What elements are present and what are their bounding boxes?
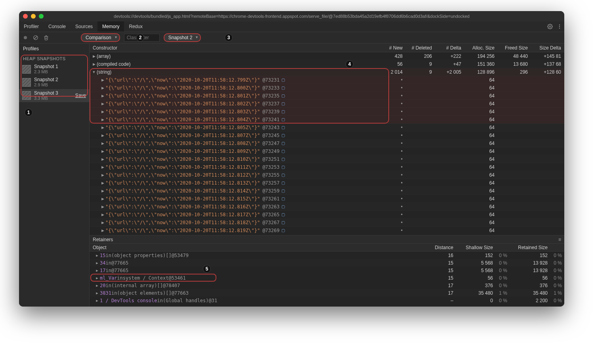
snapshot-save-link[interactable]: Save xyxy=(75,93,86,98)
link-icon[interactable]: ▢ xyxy=(281,117,285,122)
link-icon[interactable]: ▢ xyxy=(281,220,285,225)
link-icon[interactable]: ▢ xyxy=(281,181,285,185)
chevron-right-icon[interactable]: ▶ xyxy=(101,205,105,209)
string-instance-row[interactable]: ▶ "{\"url\":\"/\",\"now\":\"2020-10-20T1… xyxy=(90,100,564,108)
string-instance-row[interactable]: ▶ "{\"url\":\"/\",\"now\":\"2020-10-20T1… xyxy=(90,187,564,195)
link-icon[interactable]: ▢ xyxy=(281,157,285,161)
gear-icon[interactable] xyxy=(547,23,553,30)
string-instance-row[interactable]: ▶ "{\"url\":\"/\",\"now\":\"2020-10-20T1… xyxy=(90,203,564,211)
minimize-icon[interactable] xyxy=(31,14,36,19)
tab-profiler[interactable]: Profiler xyxy=(19,21,44,32)
chevron-right-icon[interactable]: ▶ xyxy=(95,261,99,265)
tab-sources[interactable]: Sources xyxy=(71,21,97,32)
zoom-icon[interactable] xyxy=(39,14,44,19)
chevron-right-icon[interactable]: ▶ xyxy=(101,126,105,130)
chevron-right-icon[interactable]: ▶ xyxy=(101,165,105,169)
col-new[interactable]: # New xyxy=(376,45,406,51)
string-instance-row[interactable]: ▶ "{\"url\":\"/\",\"now\":\"2020-10-20T1… xyxy=(90,147,564,155)
chevron-right-icon[interactable]: ▶ xyxy=(95,299,99,303)
record-icon[interactable] xyxy=(22,34,29,41)
chevron-right-icon[interactable]: ▶ xyxy=(101,181,105,185)
chevron-right-icon[interactable]: ▶ xyxy=(101,102,105,106)
chevron-down-icon[interactable]: ▼ xyxy=(92,70,96,74)
link-icon[interactable]: ▢ xyxy=(281,133,285,137)
chevron-right-icon[interactable]: ▶ xyxy=(101,221,105,225)
ret-col-retained[interactable]: Retained Size xyxy=(510,245,549,250)
ret-col-object[interactable]: Object xyxy=(90,245,426,250)
link-icon[interactable]: ▢ xyxy=(281,165,285,169)
link-icon[interactable]: ▢ xyxy=(281,149,285,153)
link-icon[interactable]: ▢ xyxy=(281,78,285,82)
string-instance-row[interactable]: ▶ "{\"url\":\"/\",\"now\":\"2020-10-20T1… xyxy=(90,92,564,100)
string-instance-row[interactable]: ▶ "{\"url\":\"/\",\"now\":\"2020-10-20T1… xyxy=(90,171,564,179)
chevron-right-icon[interactable]: ▶ xyxy=(101,229,105,233)
link-icon[interactable]: ▢ xyxy=(281,212,285,217)
string-instance-row[interactable]: ▶ "{\"url\":\"/\",\"now\":\"2020-10-20T1… xyxy=(90,155,564,163)
string-instance-row[interactable]: ▶ "{\"url\":\"/\",\"now\":\"2020-10-20T1… xyxy=(90,84,564,92)
string-instance-row[interactable]: ▶ "{\"url\":\"/\",\"now\":\"2020-10-20T1… xyxy=(90,131,564,139)
link-icon[interactable]: ▢ xyxy=(281,173,285,177)
string-instance-row[interactable]: ▶ "{\"url\":\"/\",\"now\":\"2020-10-20T1… xyxy=(90,195,564,203)
link-icon[interactable]: ▢ xyxy=(281,86,285,90)
string-instance-row[interactable]: ▶ "{\"url\":\"/\",\"now\":\"2020-10-20T1… xyxy=(90,179,564,187)
kebab-icon[interactable] xyxy=(556,23,563,30)
retainers-menu-icon[interactable]: ≡ xyxy=(558,237,561,242)
col-deleted[interactable]: # Deleted xyxy=(406,45,435,51)
chevron-right-icon[interactable]: ▶ xyxy=(101,149,105,153)
link-icon[interactable]: ▢ xyxy=(281,125,285,130)
constructor-row[interactable]: ▶ (array) 428 206 +222 194 256 48 440 +1… xyxy=(90,52,564,60)
tab-memory[interactable]: Memory xyxy=(97,21,124,32)
retainer-row[interactable]: ▶ 1 / DevTools console in (Global handle… xyxy=(90,297,564,304)
chevron-right-icon[interactable]: ▶ xyxy=(95,284,99,288)
snapshot-item[interactable]: Snapshot 3 3.3 MB Save xyxy=(19,89,89,102)
col-sizedelta[interactable]: Size Delta xyxy=(531,45,564,51)
string-instance-row[interactable]: ▶ "{\"url\":\"/\",\"now\":\"2020-10-20T1… xyxy=(90,139,564,147)
chevron-right-icon[interactable]: ▶ xyxy=(95,269,99,273)
chevron-right-icon[interactable]: ▶ xyxy=(95,291,99,295)
string-instance-row[interactable]: ▶ "{\"url\":\"/\",\"now\":\"2020-10-20T1… xyxy=(90,108,564,116)
ret-col-shallow[interactable]: Shallow Size xyxy=(455,245,495,250)
retainer-row[interactable]: ▶ 3831 in (object elements)[] @77663 17 … xyxy=(90,289,564,297)
grid-body[interactable]: 4 ▶ (array) 428 206 +222 194 256 48 440 … xyxy=(90,52,564,235)
trash-icon[interactable] xyxy=(43,34,49,41)
link-icon[interactable]: ▢ xyxy=(281,196,285,201)
col-delta[interactable]: # Delta xyxy=(435,45,464,51)
chevron-right-icon[interactable]: ▶ xyxy=(101,86,105,90)
chevron-right-icon[interactable]: ▶ xyxy=(101,189,105,193)
chevron-right-icon[interactable]: ▶ xyxy=(95,276,99,280)
chevron-right-icon[interactable]: ▶ xyxy=(101,173,105,177)
view-mode-select[interactable]: Comparison xyxy=(81,33,120,42)
snapshot-item[interactable]: Snapshot 2 2.9 MB xyxy=(19,76,89,89)
chevron-right-icon[interactable]: ▶ xyxy=(101,141,105,145)
link-icon[interactable]: ▢ xyxy=(281,109,285,114)
chevron-right-icon[interactable]: ▶ xyxy=(101,118,105,122)
chevron-right-icon[interactable]: ▶ xyxy=(92,62,96,66)
tab-redux[interactable]: Redux xyxy=(124,21,147,32)
retainer-row[interactable]: ▶ 17 in @77665 15 5 568 0 % 13 928 0 % xyxy=(90,267,564,274)
constructor-row[interactable]: ▶ (compiled code) 56 9 +47 151 360 13 68… xyxy=(90,60,564,68)
string-instance-row[interactable]: ▶ "{\"url\":\"/\",\"now\":\"2020-10-20T1… xyxy=(90,76,564,84)
string-instance-row[interactable]: ▶ "{\"url\":\"/\",\"now\":\"2020-10-20T1… xyxy=(90,116,564,124)
chevron-right-icon[interactable]: ▶ xyxy=(92,54,96,58)
col-alloc[interactable]: Alloc. Size xyxy=(464,45,498,51)
link-icon[interactable]: ▢ xyxy=(281,101,285,106)
ret-col-distance[interactable]: Distance xyxy=(426,245,455,250)
link-icon[interactable]: ▢ xyxy=(281,228,285,233)
clear-icon[interactable] xyxy=(32,34,39,41)
baseline-select[interactable]: Snapshot 2 xyxy=(164,33,201,42)
retainer-row[interactable]: ▶ 15 in (object properties)[] @53479 16 … xyxy=(90,252,564,259)
col-freed[interactable]: Freed Size xyxy=(498,45,531,51)
string-instance-row[interactable]: ▶ "{\"url\":\"/\",\"now\":\"2020-10-20T1… xyxy=(90,227,564,234)
link-icon[interactable]: ▢ xyxy=(281,141,285,145)
link-icon[interactable]: ▢ xyxy=(281,204,285,209)
link-icon[interactable]: ▢ xyxy=(281,189,285,193)
chevron-right-icon[interactable]: ▶ xyxy=(101,133,105,137)
chevron-right-icon[interactable]: ▶ xyxy=(101,110,105,114)
retainer-row[interactable]: ▶ 20 in (internal array)[] @78407 17 376… xyxy=(90,282,564,289)
chevron-right-icon[interactable]: ▶ xyxy=(101,94,105,98)
chevron-right-icon[interactable]: ▶ xyxy=(101,197,105,201)
string-instance-row[interactable]: ▶ "{\"url\":\"/\",\"now\":\"2020-10-20T1… xyxy=(90,211,564,219)
chevron-right-icon[interactable]: ▶ xyxy=(101,78,105,82)
chevron-right-icon[interactable]: ▶ xyxy=(95,253,99,257)
retainer-row[interactable]: ▶ ml_Var in system / Context @53461 15 5… xyxy=(90,274,564,282)
